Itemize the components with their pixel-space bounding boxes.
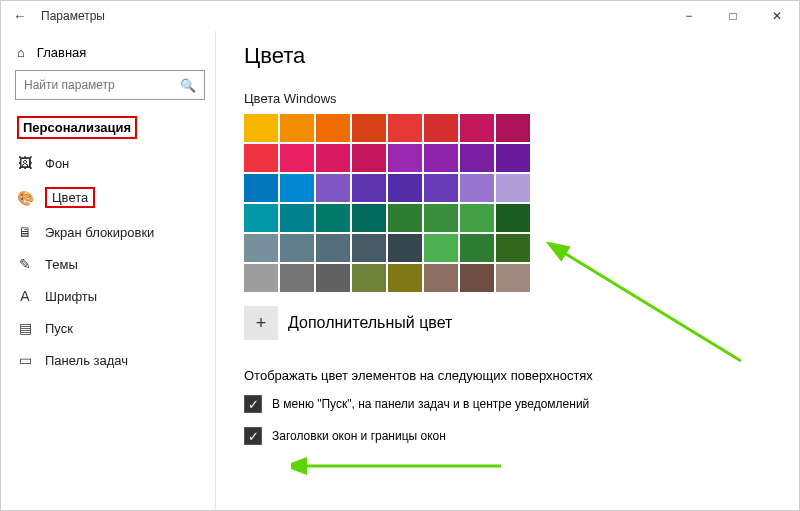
checkbox[interactable]: ✓ xyxy=(244,427,262,445)
add-color-row[interactable]: + Дополнительный цвет xyxy=(244,306,779,340)
color-swatch-8[interactable] xyxy=(244,144,278,172)
sidebar-item-5[interactable]: ▤Пуск xyxy=(15,312,205,344)
color-swatch-44[interactable] xyxy=(388,264,422,292)
color-swatch-35[interactable] xyxy=(352,234,386,262)
color-swatch-38[interactable] xyxy=(460,234,494,262)
checkbox-row-1: ✓Заголовки окон и границы окон xyxy=(244,427,779,445)
color-swatch-6[interactable] xyxy=(460,114,494,142)
color-swatch-10[interactable] xyxy=(316,144,350,172)
nav-icon: 🖼 xyxy=(17,155,33,171)
nav-icon: ▭ xyxy=(17,352,33,368)
color-swatch-42[interactable] xyxy=(316,264,350,292)
color-swatch-41[interactable] xyxy=(280,264,314,292)
page-title: Цвета xyxy=(244,43,779,69)
color-swatch-30[interactable] xyxy=(460,204,494,232)
color-swatch-25[interactable] xyxy=(280,204,314,232)
color-swatch-7[interactable] xyxy=(496,114,530,142)
sidebar-item-0[interactable]: 🖼Фон xyxy=(15,147,205,179)
color-swatch-43[interactable] xyxy=(352,264,386,292)
section-label: Персонализация xyxy=(17,116,137,139)
nav-label: Экран блокировки xyxy=(45,225,154,240)
checkbox[interactable]: ✓ xyxy=(244,395,262,413)
color-swatch-9[interactable] xyxy=(280,144,314,172)
home-label: Главная xyxy=(37,45,86,60)
color-swatch-16[interactable] xyxy=(244,174,278,202)
color-swatch-11[interactable] xyxy=(352,144,386,172)
color-swatch-20[interactable] xyxy=(388,174,422,202)
color-palette xyxy=(244,114,779,292)
plus-icon[interactable]: + xyxy=(244,306,278,340)
sidebar-item-1[interactable]: 🎨Цвета xyxy=(15,179,205,216)
color-swatch-5[interactable] xyxy=(424,114,458,142)
color-swatch-32[interactable] xyxy=(244,234,278,262)
section-header: Персонализация xyxy=(15,112,205,147)
color-swatch-31[interactable] xyxy=(496,204,530,232)
sidebar-item-3[interactable]: ✎Темы xyxy=(15,248,205,280)
color-swatch-36[interactable] xyxy=(388,234,422,262)
color-swatch-29[interactable] xyxy=(424,204,458,232)
color-swatch-23[interactable] xyxy=(496,174,530,202)
nav-icon: A xyxy=(17,288,33,304)
nav-label: Темы xyxy=(45,257,78,272)
palette-heading: Цвета Windows xyxy=(244,91,779,106)
home-icon: ⌂ xyxy=(17,45,25,60)
color-swatch-33[interactable] xyxy=(280,234,314,262)
minimize-button[interactable]: − xyxy=(667,1,711,31)
search-box[interactable]: 🔍 xyxy=(15,70,205,100)
color-swatch-47[interactable] xyxy=(496,264,530,292)
color-swatch-17[interactable] xyxy=(280,174,314,202)
titlebar: ← Параметры − □ ✕ xyxy=(1,1,799,31)
sidebar: ⌂ Главная 🔍 Персонализация 🖼Фон🎨Цвета🖥Эк… xyxy=(1,31,216,510)
checkbox-label: Заголовки окон и границы окон xyxy=(272,429,446,443)
close-button[interactable]: ✕ xyxy=(755,1,799,31)
add-color-label: Дополнительный цвет xyxy=(288,314,452,332)
surfaces-heading: Отображать цвет элементов на следующих п… xyxy=(244,368,779,383)
color-swatch-37[interactable] xyxy=(424,234,458,262)
sidebar-item-6[interactable]: ▭Панель задач xyxy=(15,344,205,376)
nav-icon: 🎨 xyxy=(17,190,33,206)
color-swatch-27[interactable] xyxy=(352,204,386,232)
color-swatch-15[interactable] xyxy=(496,144,530,172)
color-swatch-24[interactable] xyxy=(244,204,278,232)
color-swatch-45[interactable] xyxy=(424,264,458,292)
color-swatch-40[interactable] xyxy=(244,264,278,292)
color-swatch-1[interactable] xyxy=(280,114,314,142)
window-controls: − □ ✕ xyxy=(667,1,799,31)
color-swatch-34[interactable] xyxy=(316,234,350,262)
home-button[interactable]: ⌂ Главная xyxy=(15,39,205,70)
nav-label: Цвета xyxy=(45,187,95,208)
sidebar-item-4[interactable]: AШрифты xyxy=(15,280,205,312)
color-swatch-26[interactable] xyxy=(316,204,350,232)
color-swatch-4[interactable] xyxy=(388,114,422,142)
color-swatch-14[interactable] xyxy=(460,144,494,172)
main-content: Цвета Цвета Windows + Дополнительный цве… xyxy=(216,31,799,510)
nav-label: Фон xyxy=(45,156,69,171)
maximize-button[interactable]: □ xyxy=(711,1,755,31)
checkbox-label: В меню "Пуск", на панели задач и в центр… xyxy=(272,397,589,411)
color-swatch-2[interactable] xyxy=(316,114,350,142)
back-icon[interactable]: ← xyxy=(13,8,27,24)
color-swatch-21[interactable] xyxy=(424,174,458,202)
nav-label: Шрифты xyxy=(45,289,97,304)
nav-label: Панель задач xyxy=(45,353,128,368)
window-title: Параметры xyxy=(41,9,105,23)
color-swatch-3[interactable] xyxy=(352,114,386,142)
color-swatch-18[interactable] xyxy=(316,174,350,202)
color-swatch-22[interactable] xyxy=(460,174,494,202)
color-swatch-19[interactable] xyxy=(352,174,386,202)
search-input[interactable] xyxy=(24,78,180,92)
nav-icon: 🖥 xyxy=(17,224,33,240)
color-swatch-13[interactable] xyxy=(424,144,458,172)
color-swatch-39[interactable] xyxy=(496,234,530,262)
color-swatch-28[interactable] xyxy=(388,204,422,232)
color-swatch-46[interactable] xyxy=(460,264,494,292)
nav-icon: ▤ xyxy=(17,320,33,336)
sidebar-item-2[interactable]: 🖥Экран блокировки xyxy=(15,216,205,248)
color-swatch-12[interactable] xyxy=(388,144,422,172)
nav-icon: ✎ xyxy=(17,256,33,272)
search-icon: 🔍 xyxy=(180,78,196,93)
nav-label: Пуск xyxy=(45,321,73,336)
color-swatch-0[interactable] xyxy=(244,114,278,142)
checkbox-row-0: ✓В меню "Пуск", на панели задач и в цент… xyxy=(244,395,779,413)
